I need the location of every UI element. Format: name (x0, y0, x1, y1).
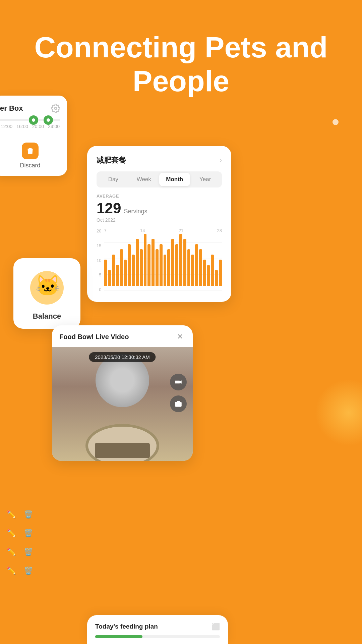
chart-bar-0 (104, 260, 107, 286)
delete-icon-1[interactable]: 🗑️ (24, 510, 33, 519)
external-link-icon[interactable]: ⬜ (212, 623, 220, 631)
y-label-5: 5 (99, 272, 101, 277)
balance-label: Balance (33, 312, 61, 321)
timeline-bar (0, 119, 60, 121)
live-video-card: Food Bowl Live Video ✕ 2023/05/20 12:30:… (52, 325, 193, 461)
period-tabs: Day Week Month Year (97, 171, 222, 187)
live-video-title: Food Bowl Live Video (59, 333, 129, 341)
chart-bar-11 (147, 244, 150, 286)
kibble-area (95, 443, 149, 458)
feeding-plan-card: Today's feeding plan ⬜ (87, 615, 228, 644)
glow-orb (315, 379, 362, 446)
svg-point-1 (32, 118, 35, 122)
chart-bar-20 (183, 239, 186, 286)
edit-delete-row-2: ✏️ 🗑️ (7, 529, 33, 538)
chart-bar-2 (112, 255, 115, 286)
gear-icon[interactable] (51, 104, 60, 113)
avg-number: 129 (97, 200, 121, 217)
chart-bar-26 (207, 265, 210, 286)
feeder-box-card: er Box 12:00 16:00 20:00 24:00 Discard (0, 96, 67, 176)
edit-delete-row-4: ✏️ 🗑️ (7, 567, 33, 575)
stats-card: 减肥套餐 › Day Week Month Year AVERAGE 129 S… (87, 146, 231, 302)
chart-y-axis: 20 15 10 5 0 (97, 228, 104, 292)
delete-icon-3[interactable]: 🗑️ (24, 548, 33, 556)
avg-label: AVERAGE (97, 194, 222, 199)
edit-icon-1[interactable]: ✏️ (7, 510, 16, 519)
chart-bar-19 (179, 234, 182, 286)
chart-bar-16 (167, 249, 170, 286)
progress-bar-fill (95, 635, 142, 638)
chart-bar-13 (156, 249, 159, 286)
y-label-0: 0 (99, 287, 101, 292)
bar-chart: 20 15 10 5 0 7 14 21 28 (97, 227, 222, 294)
balance-card: 🐱 Balance (13, 258, 80, 329)
chart-bar-6 (128, 244, 131, 286)
chart-bar-12 (152, 239, 155, 286)
svg-point-0 (55, 107, 57, 110)
discard-label: Discard (20, 162, 40, 169)
y-label-15: 15 (97, 243, 101, 248)
timeline-dot-1 (29, 115, 38, 125)
avg-unit: Servings (124, 208, 147, 215)
delete-icon-4[interactable]: 🗑️ (24, 567, 33, 575)
chevron-right-icon[interactable]: › (220, 156, 222, 165)
chart-bar-1 (108, 270, 111, 286)
discard-icon[interactable] (22, 143, 39, 159)
chart-bar-17 (171, 239, 174, 286)
progress-bar (95, 635, 220, 638)
chart-bar-4 (120, 249, 123, 286)
avg-date: Oct 2022 (97, 217, 222, 223)
chart-bar-29 (219, 260, 222, 286)
tab-month[interactable]: Month (159, 173, 190, 186)
edit-icon-2[interactable]: ✏️ (7, 529, 16, 538)
chart-bar-24 (199, 249, 202, 286)
time-label-4: 24:00 (48, 124, 60, 129)
chart-bar-27 (211, 255, 214, 286)
chart-bar-9 (140, 249, 143, 286)
chart-bar-7 (132, 255, 135, 286)
y-label-10: 10 (97, 258, 101, 263)
video-record-button[interactable] (170, 374, 187, 390)
chart-bar-23 (195, 244, 198, 286)
chart-bar-22 (191, 255, 194, 286)
chart-bar-5 (124, 260, 127, 286)
edit-icon-4[interactable]: ✏️ (7, 567, 16, 575)
chart-bar-14 (160, 244, 163, 286)
stats-card-title: 减肥套餐 (97, 155, 126, 165)
video-timestamp: 2023/05/20 12:30:32 AM (89, 352, 156, 362)
edit-delete-row-1: ✏️ 🗑️ (7, 510, 33, 519)
tab-week[interactable]: Week (129, 173, 160, 186)
timeline-dot-2 (44, 115, 53, 125)
chart-bar-28 (215, 270, 218, 286)
timeline-labels: 12:00 16:00 20:00 24:00 (0, 124, 60, 129)
time-label-1: 12:00 (1, 124, 12, 129)
feeding-plan-title: Today's feeding plan (95, 623, 158, 630)
chart-bar-25 (203, 260, 206, 286)
chart-bar-10 (144, 234, 147, 286)
tab-day[interactable]: Day (98, 173, 129, 186)
chart-area: 7 14 21 28 (104, 227, 222, 294)
live-video-body: 2023/05/20 12:30:32 AM (52, 347, 193, 461)
chart-bar-21 (187, 249, 190, 286)
tab-year[interactable]: Year (190, 173, 221, 186)
photo-capture-button[interactable] (170, 395, 187, 412)
delete-icon-2[interactable]: 🗑️ (24, 529, 33, 538)
chart-bar-3 (116, 265, 119, 286)
edit-icon-3[interactable]: ✏️ (7, 548, 16, 556)
y-label-20: 20 (97, 228, 101, 233)
time-label-2: 16:00 (16, 124, 28, 129)
chart-bar-15 (164, 255, 167, 286)
chart-bar-8 (136, 239, 139, 286)
dot-indicator (333, 119, 339, 125)
bars-container (104, 227, 222, 287)
edit-delete-list: ✏️ 🗑️ ✏️ 🗑️ ✏️ 🗑️ ✏️ 🗑️ (0, 507, 40, 579)
feeder-box-title: er Box (0, 104, 23, 113)
svg-point-2 (47, 118, 50, 122)
edit-delete-row-3: ✏️ 🗑️ (7, 548, 33, 556)
chart-bar-18 (175, 244, 178, 286)
balance-illustration: 🐱 (25, 268, 69, 308)
bowl-visual (85, 424, 159, 461)
close-button[interactable]: ✕ (175, 331, 185, 342)
